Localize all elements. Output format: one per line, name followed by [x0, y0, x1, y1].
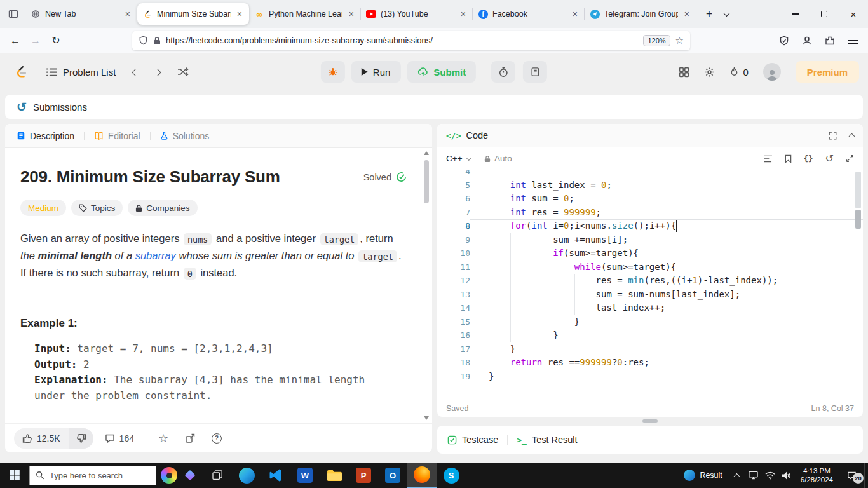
edge-icon[interactable]	[232, 463, 261, 488]
browser-tab-new-tab[interactable]: New Tab ×	[25, 3, 137, 25]
reload-button[interactable]: ↻	[46, 31, 66, 50]
account-icon[interactable]	[797, 31, 817, 50]
code-line-11[interactable]: 11 while(sum>=target){	[437, 261, 863, 274]
firefox-icon[interactable]	[407, 463, 437, 488]
help-icon[interactable]: ?	[212, 433, 222, 444]
dislike-button[interactable]	[69, 428, 93, 449]
avatar[interactable]	[763, 63, 781, 81]
tab-close-icon[interactable]: ×	[235, 8, 244, 20]
forward-button[interactable]: →	[25, 31, 46, 50]
share-icon[interactable]	[185, 433, 195, 444]
code-line-9[interactable]: 9 sum +=nums[i];	[437, 233, 863, 247]
code-line-15[interactable]: 15 }	[437, 315, 863, 329]
browser-tab-leetcode[interactable]: Minimum Size Subarra ×	[137, 3, 249, 25]
premium-button[interactable]: Premium	[796, 61, 859, 83]
code-line-19[interactable]: 19}	[437, 370, 863, 384]
maximize-button[interactable]	[810, 0, 839, 28]
news-widget[interactable]: Result	[677, 463, 728, 488]
language-selector[interactable]: C++	[446, 154, 470, 163]
lock-icon[interactable]	[153, 36, 161, 45]
bookmark-icon[interactable]	[785, 154, 792, 163]
code-line-7[interactable]: 7 int res = 999999;	[437, 206, 863, 220]
task-view-button[interactable]	[203, 463, 232, 488]
expand-panel-icon[interactable]	[829, 132, 837, 140]
tab-close-icon[interactable]: ×	[459, 8, 468, 20]
difficulty-badge[interactable]: Medium	[20, 200, 66, 216]
code-line-18[interactable]: 18 return res ==999999?0:res;	[437, 356, 863, 370]
favorite-star-icon[interactable]: ☆	[158, 433, 168, 444]
submissions-bar[interactable]: ↺ Submissions	[5, 95, 863, 119]
comments-button[interactable]: 164	[105, 433, 134, 444]
code-line-14[interactable]: 14 last_index++;	[437, 301, 863, 315]
file-explorer-icon[interactable]	[320, 463, 349, 488]
outlook-icon[interactable]: O	[378, 463, 407, 488]
browser-tab-colab[interactable]: ∞ Python Machine Learn ×	[249, 3, 361, 25]
url-bar[interactable]: https://leetcode.com/problems/minimum-si…	[132, 31, 690, 50]
search-highlights-sparkle-icon[interactable]	[185, 470, 196, 481]
panel-drag-handle[interactable]	[642, 419, 658, 423]
url-text[interactable]: https://leetcode.com/problems/minimum-si…	[166, 36, 638, 45]
close-button[interactable]: ×	[839, 0, 868, 28]
action-center-button[interactable]: 20	[839, 463, 864, 488]
reset-code-icon[interactable]: ↺	[825, 154, 834, 164]
code-line-6[interactable]: 6 int sum = 0;	[437, 192, 863, 206]
auto-save-indicator[interactable]: Auto	[484, 154, 512, 163]
braces-icon[interactable]: {}	[804, 154, 813, 163]
powerpoint-icon[interactable]: P	[349, 463, 378, 488]
editor-scrollbar[interactable]	[854, 170, 862, 400]
minimize-button[interactable]	[780, 0, 810, 28]
tab-close-icon[interactable]: ×	[571, 8, 580, 20]
tab-close-icon[interactable]: ×	[682, 8, 691, 20]
code-editor[interactable]: 45 int last_index = 0;6 int sum = 0;7 in…	[437, 170, 863, 400]
word-icon[interactable]: W	[290, 463, 320, 488]
code-line-4[interactable]: 4	[437, 170, 863, 179]
vscode-icon[interactable]	[261, 463, 290, 488]
leetcode-logo[interactable]	[14, 64, 29, 79]
timer-button[interactable]	[491, 61, 515, 83]
subarray-link[interactable]: subarray	[135, 250, 176, 261]
submit-button[interactable]: Submit	[407, 61, 476, 83]
search-input[interactable]	[50, 471, 145, 480]
bookmark-star-icon[interactable]: ☆	[675, 35, 684, 46]
editor-scrollbar-thumb[interactable]	[855, 210, 861, 229]
prev-question-button[interactable]	[133, 66, 138, 78]
next-question-button[interactable]	[155, 66, 160, 78]
code-line-5[interactable]: 5 int last_index = 0;	[437, 179, 863, 193]
code-line-8[interactable]: 8 for(int i=0;i<nums.size();i++){	[437, 219, 863, 233]
testcase-tab[interactable]: Testcase	[447, 435, 498, 445]
scroll-up-arrow[interactable]	[424, 151, 429, 155]
tabs-dropdown-button[interactable]	[718, 5, 735, 23]
back-button[interactable]: ←	[5, 31, 25, 50]
start-button[interactable]	[0, 463, 29, 488]
menu-icon[interactable]	[843, 31, 863, 50]
scroll-down-arrow[interactable]	[424, 416, 429, 420]
run-button[interactable]: Run	[351, 61, 401, 83]
shuffle-icon[interactable]	[177, 67, 189, 77]
debug-button[interactable]	[321, 61, 345, 83]
test-result-tab[interactable]: >_ Test Result	[517, 435, 577, 445]
like-button[interactable]: 12.5K	[14, 433, 69, 444]
tab-solutions[interactable]: Solutions	[158, 131, 212, 141]
search-highlights-icon[interactable]	[161, 467, 177, 484]
problem-list-button[interactable]: Problem List	[46, 67, 116, 78]
hidden-icons-chevron[interactable]	[729, 463, 745, 488]
firefox-view-button[interactable]	[4, 4, 23, 24]
tab-close-icon[interactable]: ×	[347, 8, 356, 20]
browser-tab-youtube[interactable]: (13) YouTube ×	[361, 3, 473, 25]
code-line-13[interactable]: 13 sum = sum-nums[last_index];	[437, 288, 863, 302]
tab-close-icon[interactable]: ×	[123, 8, 132, 20]
code-line-12[interactable]: 12 res = min(res,((i+1)-last_index));	[437, 274, 863, 288]
code-line-17[interactable]: 17 }	[437, 342, 863, 356]
fullscreen-icon[interactable]	[846, 154, 854, 163]
tracking-protection-icon[interactable]	[139, 36, 148, 45]
browser-tab-facebook[interactable]: f Facebook ×	[473, 3, 585, 25]
companies-badge[interactable]: Companies	[128, 200, 197, 216]
browser-tab-telegram[interactable]: Telegram: Join Group ( ×	[585, 3, 696, 25]
collapse-chevron-icon[interactable]	[850, 130, 854, 141]
tab-description[interactable]: Description	[14, 131, 77, 141]
new-tab-button[interactable]: +	[700, 5, 718, 23]
description-scrollbar[interactable]	[423, 150, 430, 421]
streak-counter[interactable]: 0	[729, 67, 748, 78]
zoom-level-button[interactable]: 120%	[643, 35, 670, 46]
notes-button[interactable]	[523, 61, 547, 83]
